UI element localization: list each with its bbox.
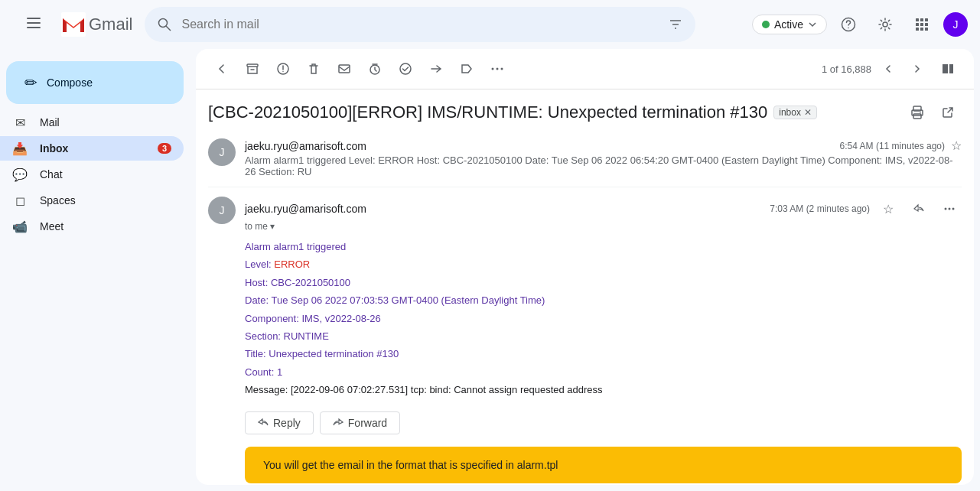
svg-point-21 [282,71,283,72]
svg-rect-12 [916,23,919,26]
compose-label: Compose [47,76,93,89]
svg-point-4 [159,19,168,28]
svg-rect-10 [920,18,923,21]
info-box-text: You will get the email in the format tha… [263,459,558,471]
svg-point-27 [501,68,503,70]
more-button[interactable] [483,55,511,83]
email-subject-row: [CBC-2021050100][ERROR] IMS/RUNTIME: Une… [196,89,974,129]
sidebar-item-mail-label: Mail [40,116,60,128]
message-2-time: 7:03 AM (2 minutes ago) [770,203,870,214]
inbox-icon: 📥 [12,141,28,156]
search-input[interactable] [181,18,659,31]
message-2-header: jaeku.ryu@amarisoft.com 7:03 AM (2 minut… [245,197,962,221]
topbar: Gmail Active J [0,0,980,49]
message-1-body: jaeku.ryu@amarisoft.com 6:54 AM (11 minu… [245,138,962,177]
message-1-time: 6:54 AM (11 minutes ago) [840,141,945,151]
svg-point-7 [848,28,849,29]
label-button[interactable] [453,55,480,83]
sidebar-item-spaces[interactable]: ◻ Spaces [0,188,184,213]
svg-rect-9 [916,18,919,21]
reply-label: Reply [273,417,301,429]
compose-icon: ✏ [24,73,37,92]
mail-icon: ✉ [12,115,28,130]
svg-point-24 [400,63,411,74]
settings-button[interactable] [870,9,900,40]
prev-email-button[interactable] [874,55,902,83]
inbox-badge: 3 [158,143,171,154]
email-button[interactable] [330,55,358,83]
report-button[interactable] [269,55,297,83]
message-2-to: to me ▾ [245,221,962,232]
content-line-7: Title: Unexpected termination #130 [245,345,962,363]
snooze-button[interactable] [361,55,389,83]
email-scroll[interactable]: J jaeku.ryu@amarisoft.com 6:54 AM (11 mi… [196,129,974,485]
nav-buttons [874,55,931,83]
sidebar-item-chat[interactable]: 💬 Chat [0,162,184,187]
svg-point-26 [497,68,499,70]
svg-point-36 [952,208,955,210]
message-1-star[interactable]: ☆ [951,138,962,153]
svg-rect-17 [925,28,928,31]
open-in-new-button[interactable] [934,99,962,126]
sidebar-nav: ✉ Mail 📥 Inbox 3 💬 Chat ◻ Spaces 📹 Meet [0,110,196,239]
help-button[interactable] [833,9,864,40]
svg-point-35 [949,208,951,210]
active-label: Active [774,18,803,31]
next-email-button[interactable] [903,55,931,83]
apps-button[interactable] [907,9,937,40]
compose-button[interactable]: ✏ Compose [6,61,184,104]
message-2-body: jaeku.ryu@amarisoft.com 7:03 AM (2 minut… [245,197,962,485]
mark-done-button[interactable] [392,55,419,83]
content-line-4: Date: Tue Sep 06 2022 07:03:53 GMT-0400 … [245,291,962,309]
svg-rect-28 [943,64,948,73]
reply-button[interactable]: Reply [245,411,314,434]
message-2-star[interactable]: ☆ [876,197,900,221]
back-button[interactable] [208,55,236,83]
forward-button[interactable]: Forward [320,411,400,434]
email-subject: [CBC-2021050100][ERROR] IMS/RUNTIME: Une… [208,102,767,122]
search-bar[interactable] [145,7,695,42]
info-box: You will get the email in the format tha… [245,447,962,483]
content-line-9: Message: [2022-09-06 07:02:27.531] tcp: … [245,381,962,398]
message-1-from: jaeku.ryu@amarisoft.com [245,140,366,152]
sidebar: ✏ Compose ✉ Mail 📥 Inbox 3 💬 Chat ◻ Spac… [0,49,196,491]
delete-button[interactable] [300,55,327,83]
sidebar-item-spaces-label: Spaces [40,194,76,206]
hamburger-button[interactable] [18,8,49,38]
sidebar-item-mail[interactable]: ✉ Mail [0,110,184,135]
svg-rect-29 [949,64,953,73]
meet-icon: 📹 [12,219,28,234]
avatar[interactable]: J [943,12,968,37]
sidebar-item-inbox-label: Inbox [40,142,68,154]
svg-point-34 [945,208,947,210]
message-2-reply-icon[interactable] [907,197,931,221]
svg-rect-16 [920,28,923,31]
email-count: 1 of 16,888 [822,63,871,75]
svg-point-8 [883,22,887,27]
chevron-down-icon [808,20,817,29]
email-messages: J jaeku.ryu@amarisoft.com 6:54 AM (11 mi… [196,129,974,485]
svg-rect-15 [916,28,919,31]
svg-line-5 [166,26,171,31]
forward-label: Forward [348,417,387,429]
move-button[interactable] [422,55,450,83]
message-2-more[interactable] [937,197,962,221]
print-button[interactable] [903,99,931,126]
inbox-tag-close[interactable]: ✕ [804,107,812,118]
archive-button[interactable] [239,55,266,83]
svg-point-33 [920,112,921,114]
main-layout: ✏ Compose ✉ Mail 📥 Inbox 3 💬 Chat ◻ Spac… [0,49,980,491]
filter-icon[interactable] [668,17,683,32]
sidebar-item-inbox[interactable]: 📥 Inbox 3 [0,136,184,161]
search-icon [157,17,172,32]
view-mode-button[interactable] [934,55,962,83]
inbox-tag-label: inbox [779,107,801,118]
content-line-3: Host: CBC-2021050100 [245,274,962,291]
sidebar-item-meet[interactable]: 📹 Meet [0,214,184,239]
message-1-snippet: Alarm alarm1 triggered Level: ERROR Host… [245,154,962,177]
topbar-right: Active J [752,9,968,40]
svg-rect-1 [27,22,41,24]
active-badge[interactable]: Active [752,15,827,34]
email-area: 1 of 16,888 [CBC-2021050100][ERROR] IMS/… [196,49,974,485]
message-1: J jaeku.ryu@amarisoft.com 6:54 AM (11 mi… [208,129,962,187]
